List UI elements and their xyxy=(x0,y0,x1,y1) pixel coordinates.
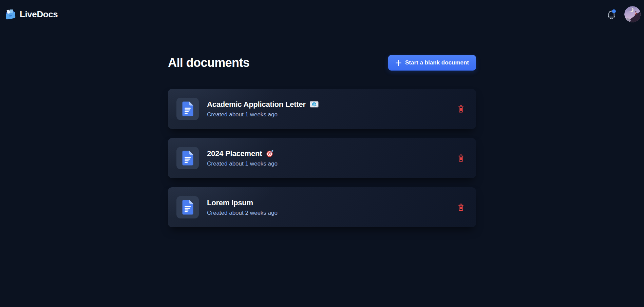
page-title: All documents xyxy=(168,56,249,70)
avatar-illustration xyxy=(624,6,641,22)
user-avatar[interactable] xyxy=(624,6,641,22)
doc-thumb xyxy=(176,196,199,218)
doc-title-row: Academic Application Letter @ xyxy=(207,100,319,109)
doc-title-row: Lorem Ipsum xyxy=(207,198,278,207)
app-title: LiveDocs xyxy=(20,9,58,20)
doc-title-row: 2024 Placement xyxy=(207,149,278,158)
document-card: Academic Application Letter @ Created a xyxy=(168,89,476,129)
doc-meta: 2024 Placement xyxy=(207,149,278,167)
plus-icon xyxy=(395,60,402,66)
doc-thumb xyxy=(176,147,199,169)
trash-icon xyxy=(457,154,465,162)
dart-target-emoji xyxy=(266,150,274,157)
document-card: 2024 Placement xyxy=(168,138,476,178)
email-emoji: @ xyxy=(310,101,319,108)
folder-files-icon xyxy=(5,8,16,20)
doc-icon xyxy=(182,199,194,215)
trash-icon xyxy=(457,203,465,211)
doc-meta: Academic Application Letter @ Created a xyxy=(207,100,319,118)
start-blank-document-label: Start a blank document xyxy=(405,59,469,66)
doc-icon xyxy=(182,150,194,166)
start-blank-document-button[interactable]: Start a blank document xyxy=(388,55,476,71)
document-card: Lorem Ipsum Created about 2 weeks ago xyxy=(168,187,476,227)
bell-icon xyxy=(607,9,616,20)
documents-page: All documents Start a blank document xyxy=(168,55,476,227)
notifications-button[interactable] xyxy=(607,9,616,20)
doc-created-date: Created about 1 weeks ago xyxy=(207,111,319,118)
delete-document-button[interactable] xyxy=(456,202,466,213)
doc-title: Academic Application Letter xyxy=(207,100,306,109)
svg-text:@: @ xyxy=(312,103,316,106)
doc-created-date: Created about 1 weeks ago xyxy=(207,160,278,167)
top-navbar: LiveDocs xyxy=(0,0,644,28)
notification-badge xyxy=(612,9,616,13)
page-heading-row: All documents Start a blank document xyxy=(168,55,476,71)
document-list: Academic Application Letter @ Created a xyxy=(168,89,476,227)
doc-meta: Lorem Ipsum Created about 2 weeks ago xyxy=(207,198,278,216)
delete-document-button[interactable] xyxy=(456,153,466,164)
document-link[interactable]: Lorem Ipsum Created about 2 weeks ago xyxy=(176,196,278,218)
header-actions xyxy=(607,6,641,22)
doc-title: Lorem Ipsum xyxy=(207,198,253,207)
document-link[interactable]: 2024 Placement xyxy=(176,147,278,169)
trash-icon xyxy=(457,105,465,113)
document-link[interactable]: Academic Application Letter @ Created a xyxy=(176,98,319,120)
doc-thumb xyxy=(176,98,199,120)
doc-created-date: Created about 2 weeks ago xyxy=(207,210,278,216)
delete-document-button[interactable] xyxy=(456,103,466,114)
doc-title: 2024 Placement xyxy=(207,149,262,158)
livedocs-logo[interactable]: LiveDocs xyxy=(5,8,58,20)
doc-icon xyxy=(182,101,194,117)
